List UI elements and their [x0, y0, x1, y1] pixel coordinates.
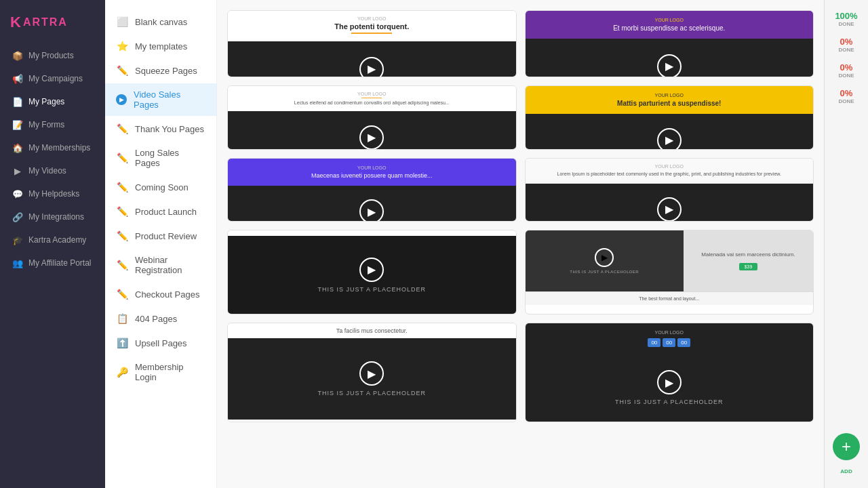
- sidebar-item-affiliate[interactable]: 👥 My Affiliate Portal: [5, 252, 100, 274]
- main-content: Pages ⬜ Blank canvas ⭐ My templates ✏️ S…: [105, 0, 868, 488]
- templates-panel[interactable]: YOUR LOGO The potenti torquent. ▶ THIS I…: [217, 0, 824, 488]
- menu-item-blank[interactable]: ⬜ Blank canvas: [105, 10, 216, 33]
- template-3-preview: ▶ THIS IS JUST A PLACEHOLDER: [228, 111, 516, 150]
- template-card-9[interactable]: Ta facilis mus consectetur. ▶ THIS IS JU…: [227, 323, 517, 422]
- template-8-footer: The best format and layout...: [526, 291, 814, 305]
- left-sidebar: K ARTRA 📦 My Products 📢 My Campaigns 📄 M…: [0, 0, 105, 488]
- sidebar-item-forms[interactable]: 📝 My Forms: [5, 114, 100, 136]
- affiliate-icon: 👥: [12, 258, 23, 268]
- menu-item-404[interactable]: 📋 404 Pages: [105, 307, 216, 330]
- template-card-10[interactable]: YOUR LOGO 00 00 00 ▶ THIS IS JUST A PLAC…: [525, 323, 814, 422]
- template-card-5[interactable]: YOUR LOGO Maecenas iuveneti posuere quam…: [227, 158, 517, 222]
- menu-item-checkout[interactable]: ✏️ Checkout Pages: [105, 283, 216, 306]
- sidebar-products-label: My Products: [28, 51, 74, 60]
- template-card-6[interactable]: YOUR LOGO Lorem Ipsum is placeholder tex…: [525, 158, 814, 222]
- template-4-logo: YOUR LOGO: [532, 93, 807, 98]
- template-card-1[interactable]: YOUR LOGO The potenti torquent. ▶ THIS I…: [227, 10, 517, 77]
- template-5-preview: ▶ THIS IS JUST A PLACEHOLDER: [228, 186, 516, 222]
- template-10-header: YOUR LOGO 00 00 00: [526, 323, 814, 354]
- menu-item-webinar[interactable]: ✏️ Webinar Registration: [105, 249, 216, 281]
- play-icon-4: ▶: [657, 128, 682, 150]
- menu-item-comingsoon[interactable]: ✏️ Coming Soon: [105, 176, 216, 199]
- pages-icon: 📄: [12, 96, 23, 107]
- add-button[interactable]: +: [833, 433, 860, 460]
- template-4-header: YOUR LOGO Mattis parturient a suspendiss…: [526, 86, 814, 114]
- menu-item-thankyou[interactable]: ✏️ Thank You Pages: [105, 117, 216, 140]
- menu-membershiplogin-label: Membership Login: [135, 362, 205, 382]
- template-4-preview: ▶ THIS IS JUST A PLACEHOLDER: [526, 114, 814, 150]
- template-card-7[interactable]: ▶ THIS IS JUST A PLACEHOLDER: [227, 230, 517, 314]
- menu-comingsoon-label: Coming Soon: [135, 182, 189, 192]
- template-8-preview-area: ▶ THIS IS JUST A PLACEHOLDER Malenada va…: [526, 230, 814, 291]
- template-6-preview: ▶ THIS IS JUST A PLACEHOLDER: [526, 184, 814, 222]
- thankyou-icon: ✏️: [116, 123, 128, 134]
- sidebar-pages-label: My Pages: [28, 97, 64, 106]
- productreview-icon: ✏️: [116, 230, 128, 241]
- productlaunch-icon: ✏️: [116, 206, 128, 217]
- template-card-8[interactable]: ▶ THIS IS JUST A PLACEHOLDER Malenada va…: [525, 230, 814, 314]
- menu-item-longsales[interactable]: ✏️ Long Sales Pages: [105, 142, 216, 174]
- play-icon-2: ▶: [657, 54, 682, 78]
- menu-webinar-label: Webinar Registration: [135, 255, 205, 275]
- menu-item-videosales[interactable]: ▶ Video Sales Pages: [105, 83, 216, 116]
- webinar-icon: ✏️: [116, 260, 128, 270]
- template-7-preview: ▶ THIS IS JUST A PLACEHOLDER: [228, 236, 516, 314]
- menu-videosales-label: Video Sales Pages: [134, 89, 205, 110]
- progress-pct-4: 0%: [840, 88, 853, 98]
- forms-icon: 📝: [12, 119, 23, 130]
- template-card-4[interactable]: YOUR LOGO Mattis parturient a suspendiss…: [525, 85, 814, 150]
- products-icon: 📦: [12, 50, 23, 61]
- sidebar-affiliate-label: My Affiliate Portal: [28, 258, 91, 268]
- sidebar-item-integrations[interactable]: 🔗 My Integrations: [5, 206, 100, 228]
- menu-checkout-label: Checkout Pages: [135, 289, 199, 300]
- template-8-side-text: Malenada val sem marceens dictinium.: [701, 251, 795, 258]
- template-1-preview: ▶ THIS IS JUST A PLACEHOLDER: [228, 41, 516, 77]
- progress-pct-2: 0%: [840, 37, 853, 47]
- sidebar-item-campaigns[interactable]: 📢 My Campaigns: [5, 68, 100, 89]
- template-2-subtitle: Et morbi suspendisse ac scelerisque.: [532, 24, 807, 32]
- sidebar-item-memberships[interactable]: 🏠 My Memberships: [5, 137, 100, 159]
- menu-item-membershiplogin[interactable]: 🔑 Membership Login: [105, 356, 216, 388]
- logo-area: K ARTRA: [0, 7, 105, 45]
- menu-item-squeeze[interactable]: ✏️ Squeeze Pages: [105, 59, 216, 82]
- sidebar-campaigns-label: My Campaigns: [28, 74, 83, 83]
- play-icon-7: ▶: [359, 258, 384, 282]
- countdown-timer: 00 00 00: [532, 338, 807, 347]
- menu-blank-label: Blank canvas: [135, 17, 187, 27]
- sidebar-item-products[interactable]: 📦 My Products: [5, 45, 100, 66]
- videos-icon: ▶: [12, 165, 23, 176]
- template-5-logo: YOUR LOGO: [235, 165, 509, 170]
- menu-productreview-label: Product Review: [135, 231, 197, 241]
- menu-squeeze-label: Squeeze Pages: [135, 66, 197, 76]
- sidebar-item-pages[interactable]: 📄 My Pages: [5, 91, 100, 113]
- template-5-header: YOUR LOGO Maecenas iuveneti posuere quam…: [228, 159, 516, 186]
- template-1-logo: YOUR LOGO: [235, 16, 509, 21]
- add-icon: +: [842, 437, 851, 456]
- menu-404-label: 404 Pages: [135, 314, 177, 324]
- sidebar-item-videos[interactable]: ▶ My Videos: [5, 160, 100, 182]
- template-9-title: Ta facilis mus consectetur.: [235, 327, 509, 334]
- sidebar-item-helpdesks[interactable]: 💬 My Helpdesks: [5, 183, 100, 205]
- progress-label-3: DONE: [838, 73, 854, 79]
- sidebar-item-academy[interactable]: 🎓 Kartra Academy: [5, 229, 100, 251]
- play-icon-10: ▶: [657, 370, 682, 394]
- template-card-3[interactable]: YOUR LOGO Lectus eleifend ad condimentum…: [227, 85, 517, 150]
- template-card-2[interactable]: YOUR LOGO Et morbi suspendisse ac sceler…: [525, 10, 814, 77]
- template-3-logo: YOUR LOGO: [235, 92, 509, 96]
- membershiplogin-icon: 🔑: [116, 367, 128, 378]
- add-label: ADD: [840, 468, 852, 474]
- menu-upsell-label: Upsell Pages: [135, 338, 187, 348]
- template-2-logo: YOUR LOGO: [532, 18, 807, 22]
- academy-icon: 🎓: [12, 235, 23, 245]
- templates-grid: YOUR LOGO The potenti torquent. ▶ THIS I…: [227, 10, 814, 422]
- menu-item-upsell[interactable]: ⬆️ Upsell Pages: [105, 331, 216, 354]
- menu-item-productreview[interactable]: ✏️ Product Review: [105, 224, 216, 247]
- template-10-preview: ▶ THIS IS JUST A PLACEHOLDER: [526, 354, 814, 422]
- menu-item-mytemplates[interactable]: ⭐ My templates: [105, 35, 216, 58]
- menu-item-productlaunch[interactable]: ✏️ Product Launch: [105, 200, 216, 223]
- template-10-placeholder: THIS IS JUST A PLACEHOLDER: [615, 399, 723, 405]
- play-icon-3: ▶: [359, 125, 384, 150]
- template-8-cta: $39: [739, 263, 758, 270]
- play-icon-6: ▶: [657, 197, 682, 222]
- template-8-video: ▶ THIS IS JUST A PLACEHOLDER: [526, 230, 684, 291]
